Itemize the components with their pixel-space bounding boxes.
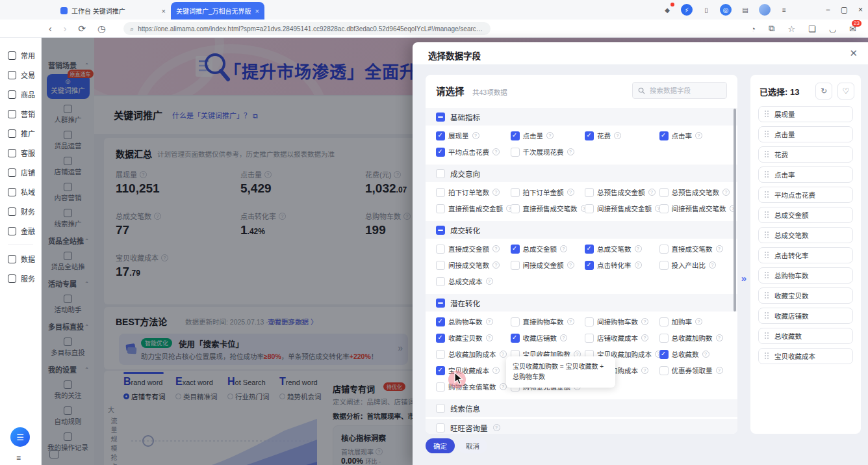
field-item[interactable]: 间接预售成交金额? [585, 200, 659, 217]
sidebar-item-1[interactable]: 常用 [0, 46, 41, 65]
selected-field-pill[interactable]: 总成交笔数 [758, 227, 853, 243]
field-checkbox[interactable] [659, 317, 669, 326]
info-icon[interactable]: ? [567, 189, 574, 196]
info-icon[interactable]: ? [695, 132, 702, 139]
field-checkbox[interactable] [436, 204, 445, 213]
field-item[interactable]: 总收藏加购数? [659, 330, 734, 346]
drag-handle-icon[interactable] [765, 252, 769, 259]
group-checkbox[interactable] [436, 113, 445, 122]
field-checkbox[interactable] [436, 334, 445, 343]
field-item[interactable]: 点击转化率? [585, 257, 659, 273]
field-item[interactable]: 间接成交笔数? [436, 257, 511, 273]
field-checkbox[interactable] [659, 366, 669, 375]
info-icon[interactable]: ? [500, 351, 507, 358]
field-item[interactable]: 总成交笔数? [585, 241, 659, 257]
field-group-header[interactable]: 潜在转化 [426, 294, 737, 312]
note-icon[interactable]: ▤ [739, 4, 751, 16]
info-icon[interactable]: ? [567, 318, 574, 325]
collect-icon[interactable]: ♡ [837, 83, 854, 100]
info-icon[interactable]: ? [716, 334, 723, 341]
field-item[interactable]: 拍下订单笔数? [436, 184, 511, 200]
field-checkbox[interactable] [585, 245, 594, 254]
maximize-icon[interactable]: ▢ [841, 5, 848, 14]
info-icon[interactable]: ? [472, 132, 479, 139]
field-checkbox[interactable] [659, 261, 669, 270]
group-checkbox[interactable] [436, 423, 445, 432]
field-checkbox[interactable] [659, 188, 669, 197]
group-checkbox[interactable] [436, 299, 445, 308]
field-checkbox[interactable] [659, 245, 669, 254]
drag-handle-icon[interactable] [765, 332, 769, 339]
info-icon[interactable]: ? [560, 334, 567, 341]
field-item[interactable]: 购物金充值笔数? [436, 379, 511, 395]
field-search[interactable] [632, 82, 727, 99]
sidebar-item-6[interactable]: 客服 [0, 143, 41, 163]
field-item[interactable]: 投入产出比? [659, 257, 734, 273]
sidebar-item-2[interactable]: 交易 [0, 65, 41, 85]
info-icon[interactable]: ? [486, 334, 493, 341]
info-icon[interactable]: ? [546, 132, 554, 139]
field-checkbox[interactable] [585, 204, 594, 213]
field-checkbox[interactable] [436, 131, 445, 140]
info-icon[interactable]: ? [722, 189, 730, 196]
selected-field-pill[interactable]: 花费 [758, 146, 853, 163]
info-icon[interactable]: ? [560, 245, 567, 252]
close-tab-icon[interactable]: × [162, 7, 166, 15]
sidebar-item-11[interactable]: 数据 [0, 249, 41, 269]
sidebar-item-7[interactable]: 店铺 [0, 163, 41, 182]
avatar[interactable] [759, 4, 771, 16]
info-icon[interactable]: ? [614, 132, 621, 139]
field-checkbox[interactable] [436, 350, 445, 359]
extension-icon[interactable]: ◆ [661, 4, 673, 16]
drag-handle-icon[interactable] [765, 312, 769, 319]
info-icon[interactable]: ? [493, 424, 500, 431]
drag-handle-icon[interactable] [765, 151, 769, 158]
sidebar-item-4[interactable]: 营销 [0, 104, 41, 124]
drag-handle-icon[interactable] [765, 292, 769, 299]
field-checkbox[interactable] [436, 317, 445, 326]
drag-handle-icon[interactable] [765, 171, 769, 178]
info-icon[interactable]: ? [635, 261, 642, 269]
field-group-header[interactable]: 成交意向 [426, 165, 737, 182]
field-item[interactable]: 点击率? [659, 127, 734, 144]
assistant-float-icon[interactable]: ☰ [10, 427, 30, 447]
selected-field-pill[interactable]: 总成交金额 [758, 207, 853, 223]
field-item[interactable]: 拍下订单金额? [511, 184, 585, 200]
drag-handle-icon[interactable] [765, 211, 769, 219]
info-icon[interactable]: ? [641, 367, 648, 374]
info-icon[interactable]: ? [492, 189, 500, 196]
selected-field-pill[interactable]: 点击率 [758, 166, 853, 183]
url-bar[interactable]: ⌕ https://one.alimama.com/index.html?spm… [123, 22, 491, 35]
field-item[interactable]: 平均点击花费? [436, 144, 511, 160]
selected-field-pill[interactable]: 收藏宝贝数 [758, 287, 853, 304]
info-icon[interactable]: ? [492, 148, 500, 155]
app-extension-icon[interactable]: ◎ [720, 4, 732, 16]
field-item[interactable]: 花费? [585, 127, 659, 144]
info-icon[interactable]: ? [567, 261, 574, 269]
back-icon[interactable]: ‹ [49, 23, 52, 34]
group-checkbox[interactable] [436, 169, 445, 178]
field-checkbox[interactable] [436, 277, 445, 286]
field-item[interactable]: 直接预售成交笔数? [511, 200, 585, 217]
info-icon[interactable]: ? [709, 261, 716, 269]
selected-field-pill[interactable]: 平均点击花费 [758, 187, 853, 203]
info-icon[interactable]: ? [702, 351, 709, 358]
field-item[interactable]: 间接预售成交笔数? [659, 200, 734, 217]
field-item[interactable]: 总预售成交笔数? [659, 184, 734, 200]
field-checkbox[interactable] [511, 317, 520, 326]
browser-menu-icon[interactable]: ≡ [778, 4, 790, 16]
field-checkbox[interactable] [585, 131, 594, 140]
info-icon[interactable]: ? [492, 367, 500, 374]
field-checkbox[interactable] [436, 382, 445, 392]
drag-handle-icon[interactable] [765, 131, 769, 138]
messages-icon[interactable]: ✉23 [849, 24, 856, 34]
bolt-extension-icon[interactable]: ⚡ [681, 4, 693, 16]
reset-icon[interactable]: ↻ [815, 83, 832, 100]
sidebar-item-5[interactable]: 推广 [0, 124, 41, 143]
field-checkbox[interactable] [659, 204, 669, 213]
field-item[interactable]: 加购率? [659, 313, 734, 330]
field-item[interactable]: 直接成交笔数? [659, 241, 734, 257]
selected-field-pill[interactable]: 点击量 [758, 126, 853, 142]
field-item[interactable]: 直接预售成交金额? [436, 200, 511, 217]
info-icon[interactable]: ? [567, 148, 574, 155]
